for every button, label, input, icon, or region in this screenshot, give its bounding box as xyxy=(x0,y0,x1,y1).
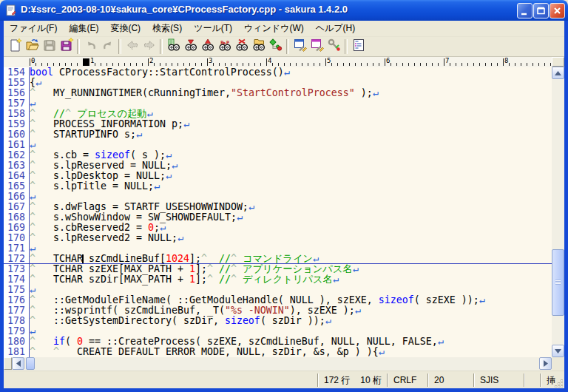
outline-button[interactable] xyxy=(350,38,367,55)
code-token: ::GetSystemDirectory( szDir, xyxy=(53,315,225,326)
tab-mark: ^ xyxy=(231,274,243,285)
code-line-164[interactable]: 164^s.lpDesktop = NULL;↵ xyxy=(4,171,552,181)
code-line-172[interactable]: 172^TCHAR szCmdLineBuf[1024];^//^コマンドライン… xyxy=(4,254,552,264)
menu-edit[interactable]: 編集(E) xyxy=(63,21,104,36)
ruler-tick xyxy=(101,63,101,66)
menu-file[interactable]: ファイル(F) xyxy=(4,21,63,36)
code-token: "StartControlProcess" xyxy=(231,87,355,98)
code-line-168[interactable]: 168^s.wShowWindow = SW_SHOWDEFAULT;↵ xyxy=(4,212,552,223)
ruler-tick xyxy=(343,63,344,66)
type-settings-button[interactable] xyxy=(291,38,308,55)
find-prev-button[interactable] xyxy=(199,38,216,55)
code-line-167[interactable]: 167^s.dwFlags = STARTF_USESHOWWINDOW;↵ xyxy=(4,202,552,212)
code-line-160[interactable]: 160^STARTUPINFO s;↵ xyxy=(4,129,552,140)
code-line-181[interactable]: 181^^CREATE_DEFAULT_ERROR_MODE, NULL, sz… xyxy=(4,347,552,357)
code-line-158[interactable]: 158^//^プロセスの起動↵ xyxy=(4,109,552,119)
code-line-176[interactable]: 176^::GetModuleFileName( ::GetModuleHand… xyxy=(4,295,552,305)
tag-jump-button[interactable] xyxy=(267,38,284,55)
undo-button[interactable] xyxy=(82,38,99,55)
ruler-tick xyxy=(118,63,119,66)
title-bar[interactable]: D:¥ssrc_2003-08-10¥sakura_core¥CProcessF… xyxy=(0,0,568,21)
ruler-tick xyxy=(160,63,160,66)
open-file-button[interactable] xyxy=(24,38,41,55)
scroll-left-button[interactable] xyxy=(12,357,24,370)
save-as-icon xyxy=(59,38,74,55)
menu-tool[interactable]: ツール(T) xyxy=(188,21,238,36)
tab-mark: ^ xyxy=(30,305,53,316)
code-line-154[interactable]: 154bool CProcessFactory::StartControlPro… xyxy=(4,67,552,78)
code-token: // xyxy=(219,253,231,264)
menu-help[interactable]: ヘルプ(H) xyxy=(310,21,362,36)
code-line-171[interactable]: 171↵ xyxy=(4,243,552,254)
code-line-177[interactable]: 177^::wsprintf( szCmdLineBuf, _T("%s -NO… xyxy=(4,305,552,316)
find-close-button[interactable] xyxy=(233,38,250,55)
scroll-down-button[interactable] xyxy=(552,345,564,357)
new-file-button[interactable] xyxy=(7,38,24,55)
code-line-157[interactable]: 157↵ xyxy=(4,98,552,109)
code-token: s.lpReserved = NULL; xyxy=(53,160,172,171)
code-token: // xyxy=(219,274,231,285)
line-text: ^^CREATE_DEFAULT_ERROR_MODE, NULL, szDir… xyxy=(30,347,385,357)
line-number: 165 xyxy=(4,181,30,192)
code-line-161[interactable]: 161↵ xyxy=(4,140,552,150)
return-mark: ↵ xyxy=(172,160,178,171)
scroll-right-button[interactable] xyxy=(539,357,552,370)
return-mark: ↵ xyxy=(36,77,41,88)
ruler-tick xyxy=(515,63,515,66)
ruler-tick xyxy=(532,63,533,66)
hsplit-handle[interactable] xyxy=(4,357,12,370)
ruler-tick xyxy=(53,63,54,66)
hscroll-thumb[interactable] xyxy=(26,357,35,370)
code-area[interactable]: 154bool CProcessFactory::StartControlPro… xyxy=(4,67,552,357)
code-line-159[interactable]: 159^PROCESS_INFORMATION p;↵ xyxy=(4,119,552,129)
vsplit-handle[interactable] xyxy=(552,57,564,67)
code-line-180[interactable]: 180^if( 0 == ::CreateProcess( szEXE, szC… xyxy=(4,337,552,347)
common-settings-icon xyxy=(310,38,325,55)
code-line-156[interactable]: 156^MY_RUNNINGTIMER(cRunningTimer,"Start… xyxy=(4,88,552,98)
maximize-button[interactable] xyxy=(533,3,549,18)
close-button[interactable] xyxy=(550,3,565,18)
menu-window[interactable]: ウィンドウ(W) xyxy=(238,21,310,36)
jump-forward-button[interactable] xyxy=(141,38,158,55)
line-number: 157 xyxy=(4,98,30,109)
replace-button[interactable]: R▶P xyxy=(216,38,233,55)
jump-back-button[interactable] xyxy=(124,38,141,55)
code-line-179[interactable]: 179↵ xyxy=(4,326,552,337)
scroll-up-button[interactable] xyxy=(552,67,564,79)
vertical-scrollbar[interactable] xyxy=(552,57,564,357)
return-mark: ↵ xyxy=(154,180,160,192)
code-line-162[interactable]: 162^s.cb = sizeof( s );↵ xyxy=(4,150,552,160)
minimize-button[interactable] xyxy=(517,3,532,18)
menu-search[interactable]: 検索(S) xyxy=(146,21,188,36)
code-line-165[interactable]: 165^s.lpTitle = NULL;↵ xyxy=(4,181,552,192)
code-line-175[interactable]: 175↵ xyxy=(4,285,552,295)
grep-button[interactable] xyxy=(250,38,267,55)
vscroll-thumb[interactable] xyxy=(552,249,564,316)
ruler-tick xyxy=(390,63,391,66)
tab-mark: ^ xyxy=(65,109,77,119)
find-next-button[interactable] xyxy=(182,38,199,55)
customize-button[interactable] xyxy=(325,38,342,55)
redo-button[interactable] xyxy=(99,38,116,55)
line-text: ^s.dwFlags = STARTF_USESHOWWINDOW;↵ xyxy=(30,202,254,212)
code-token: { xyxy=(30,77,36,88)
common-settings-button[interactable] xyxy=(308,38,325,55)
code-line-163[interactable]: 163^s.lpReserved = NULL;↵ xyxy=(4,160,552,171)
code-line-155[interactable]: 155{↵ xyxy=(4,78,552,88)
line-text: ↵ xyxy=(30,326,36,337)
menu-convert[interactable]: 変換(C) xyxy=(104,21,146,36)
find-button[interactable] xyxy=(165,38,182,55)
new-file-icon xyxy=(8,38,23,55)
code-line-169[interactable]: 169^s.cbReserved2 = 0;↵ xyxy=(4,223,552,233)
code-line-173[interactable]: 173^TCHAR szEXE[MAX_PATH + 1];^//^アプリケーシ… xyxy=(4,264,552,274)
resize-grip[interactable] xyxy=(554,379,564,388)
save-button[interactable] xyxy=(41,38,58,55)
code-line-170[interactable]: 170^s.lpReserved2 = NULL;↵ xyxy=(4,233,552,243)
save-as-button[interactable] xyxy=(58,38,75,55)
code-line-166[interactable]: 166↵ xyxy=(4,192,552,202)
code-line-178[interactable]: 178^::GetSystemDirectory( szDir, sizeof(… xyxy=(4,316,552,326)
code-line-174[interactable]: 174^TCHAR szDir[MAX_PATH + 1];^//^ディレクトリ… xyxy=(4,274,552,285)
horizontal-scrollbar[interactable] xyxy=(4,357,552,371)
tab-mark: ^ xyxy=(30,119,53,129)
code-token: TCHAR xyxy=(53,253,83,264)
